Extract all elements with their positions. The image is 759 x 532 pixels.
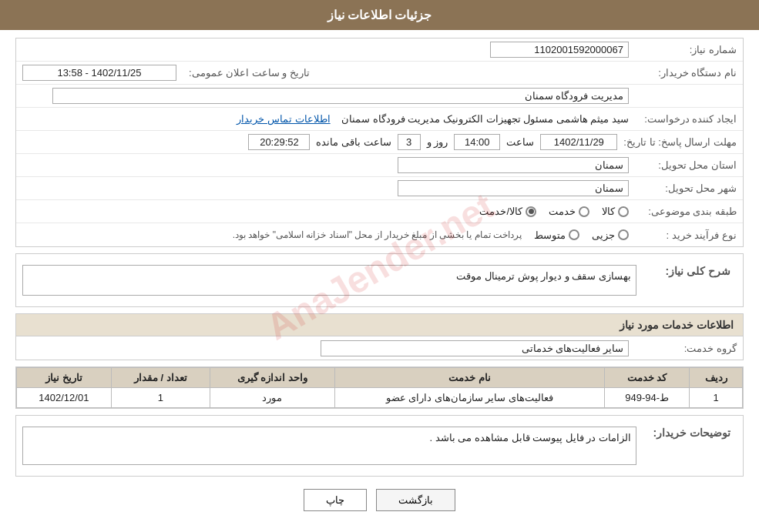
ijad-konande-value: سید میثم هاشمی مسئول تجهیزات الکترونیک م… bbox=[22, 113, 629, 125]
goroh-value: سایر فعالیت‌های خدماتی bbox=[22, 340, 629, 356]
col-kod: کد خدمت bbox=[604, 368, 689, 388]
tabaqe-kala-label: کالا bbox=[602, 206, 615, 217]
shomara-niaz-row: شماره نیاز: 1102001592000067 bbox=[16, 38, 743, 62]
dastgah-value-row: مدیریت فرودگاه سمنان bbox=[16, 85, 743, 108]
col-nam: نام خدمت bbox=[334, 368, 604, 388]
shahr-label: شهر محل تحویل: bbox=[629, 182, 737, 194]
ostan-input: سمنان bbox=[398, 157, 629, 173]
shahr-input: سمنان bbox=[398, 180, 629, 196]
goroh-row: گروه خدمت: سایر فعالیت‌های خدماتی bbox=[16, 336, 743, 360]
shomara-niaz-input: 1102001592000067 bbox=[490, 42, 629, 58]
tabaqe-label: طبقه بندی موضوعی: bbox=[629, 206, 737, 217]
col-vahed: واحد اندازه گیری bbox=[210, 368, 334, 388]
tozihat-value: الزامات در فایل پیوست قابل مشاهده می باش… bbox=[22, 427, 636, 465]
col-tedad: تعداد / مقدار bbox=[111, 368, 210, 388]
mohlat-row: مهلت ارسال پاسخ: تا تاریخ: 1402/11/29 سا… bbox=[16, 131, 743, 154]
ijad-konande-label: ایجاد کننده درخواست: bbox=[629, 113, 737, 125]
main-content: شماره نیاز: 1102001592000067 نام دستگاه … bbox=[0, 30, 759, 531]
tabaqe-kala-khadamat-radio[interactable] bbox=[526, 206, 536, 217]
tozihat-row: توضیحات خریدار: الزامات در فایل پیوست قا… bbox=[16, 416, 743, 476]
farayand-note: پرداخت تمام یا بخشی از مبلغ خریدار از مح… bbox=[233, 229, 522, 240]
mohlat-baqi-value: 20:29:52 bbox=[248, 134, 310, 150]
no-farayand-row: نوع فرآیند خرید : جزیی متوسط bbox=[16, 223, 743, 246]
tozihat-content: الزامات در فایل پیوست قابل مشاهده می باش… bbox=[22, 420, 636, 471]
tabaqe-kala-khadamat-item[interactable]: کالا/خدمت bbox=[479, 206, 536, 217]
tabaqe-khadamat-label: خدمت bbox=[549, 206, 576, 217]
tabaqe-khadamat-radio[interactable] bbox=[579, 206, 589, 217]
col-radif: ردیف bbox=[690, 368, 743, 388]
page-wrapper: AnaJender.net جزئیات اطلاعات نیاز شماره … bbox=[0, 0, 759, 532]
tabaqe-kala-radio[interactable] bbox=[618, 206, 629, 217]
cell-tedad: 1 bbox=[111, 388, 210, 408]
cell-vahed: مورد bbox=[210, 388, 334, 408]
tarikh-elan-label: تاریخ و ساعت اعلان عمومی: bbox=[183, 67, 310, 79]
sharh-niaz-row: شرح کلی نیاز: بهسازی سقف و دیوار پوش ترم… bbox=[16, 254, 743, 306]
general-info-block: شماره نیاز: 1102001592000067 نام دستگاه … bbox=[15, 38, 744, 247]
ostan-label: استان محل تحویل: bbox=[629, 159, 737, 171]
col-tarikh: تاریخ نیاز bbox=[17, 368, 112, 388]
khadamat-section: اطلاعات خدمات مورد نیاز گروه خدمت: سایر … bbox=[15, 313, 744, 360]
no-farayand-label: نوع فرآیند خرید : bbox=[629, 229, 737, 241]
shahr-value: سمنان bbox=[22, 180, 629, 196]
farayand-mootavaset-item[interactable]: متوسط bbox=[534, 229, 579, 241]
farayand-mootavaset-radio[interactable] bbox=[569, 229, 579, 240]
ijad-konande-text: سید میثم هاشمی مسئول تجهیزات الکترونیک م… bbox=[341, 113, 629, 125]
cell-kod: ط-94-949 bbox=[604, 388, 689, 408]
goroh-input: سایر فعالیت‌های خدماتی bbox=[321, 340, 629, 356]
dastgah-tarikh-row: نام دستگاه خریدار: تاریخ و ساعت اعلان عم… bbox=[16, 62, 743, 85]
sharh-niaz-label: شرح کلی نیاز: bbox=[636, 259, 737, 283]
farayand-mootavaset-label: متوسط bbox=[534, 229, 566, 241]
khadamat-section-title: اطلاعات خدمات مورد نیاز bbox=[16, 314, 743, 336]
mohlat-saat-label: ساعت bbox=[506, 136, 534, 148]
tabaqe-radio-group: کالا خدمت کالا/خدمت bbox=[22, 206, 629, 217]
tabaqe-value: کالا خدمت کالا/خدمت bbox=[22, 206, 629, 217]
farayand-radio-group: جزیی متوسط bbox=[534, 229, 629, 241]
cell-nam: فعالیت‌های سایر سازمان‌های دارای عضو bbox=[334, 388, 604, 408]
page-title: جزئیات اطلاعات نیاز bbox=[327, 8, 432, 22]
tabaqe-khadamat-item[interactable]: خدمت bbox=[549, 206, 589, 217]
tozihat-section: توضیحات خریدار: الزامات در فایل پیوست قا… bbox=[15, 415, 744, 477]
print-button[interactable]: چاپ bbox=[304, 489, 367, 511]
mohlat-rooz-value: 3 bbox=[398, 134, 421, 150]
shahr-row: شهر محل تحویل: سمنان bbox=[16, 177, 743, 200]
sharh-niaz-section: شرح کلی نیاز: بهسازی سقف و دیوار پوش ترم… bbox=[15, 253, 744, 307]
footer-buttons: بازگشت چاپ bbox=[15, 489, 744, 511]
sharh-niaz-value: بهسازی سقف و دیوار پوش ترمینال موقت bbox=[22, 265, 636, 296]
ostan-value: سمنان bbox=[22, 157, 629, 173]
nam-dastgah-value: مدیریت فرودگاه سمنان bbox=[22, 88, 629, 104]
mohlat-details: 1402/11/29 ساعت 14:00 روز و 3 ساعت باقی … bbox=[22, 134, 617, 150]
no-farayand-value: جزیی متوسط پرداخت تمام یا بخشی از مبلغ خ… bbox=[22, 229, 629, 241]
goroh-label: گروه خدمت: bbox=[629, 343, 737, 354]
nam-dastgah-label: نام دستگاه خریدار: bbox=[644, 67, 737, 79]
mohlat-rooz-label: روز و bbox=[427, 136, 448, 148]
ostan-row: استان محل تحویل: سمنان bbox=[16, 154, 743, 177]
tabaqe-kala-item[interactable]: کالا bbox=[602, 206, 629, 217]
shomara-niaz-value: 1102001592000067 bbox=[22, 42, 629, 58]
ijad-konande-row: ایجاد کننده درخواست: سید میثم هاشمی مسئو… bbox=[16, 108, 743, 131]
itela-tamas-link[interactable]: اطلاعات تماس خریدار bbox=[237, 113, 330, 125]
sharh-niaz-content: بهسازی سقف و دیوار پوش ترمینال موقت bbox=[22, 259, 636, 302]
page-header: جزئیات اطلاعات نیاز bbox=[0, 0, 759, 30]
farayand-jozi-item[interactable]: جزیی bbox=[592, 229, 629, 241]
mohlat-saat-value: 14:00 bbox=[454, 134, 500, 150]
tabaqe-kala-khadamat-label: کالا/خدمت bbox=[479, 206, 522, 217]
back-button[interactable]: بازگشت bbox=[376, 489, 455, 511]
services-table-section: ردیف کد خدمت نام خدمت واحد اندازه گیری ت… bbox=[15, 366, 744, 409]
tozihat-label: توضیحات خریدار: bbox=[636, 420, 737, 445]
cell-radif: 1 bbox=[690, 388, 743, 408]
services-table: ردیف کد خدمت نام خدمت واحد اندازه گیری ت… bbox=[16, 367, 743, 408]
mohlat-label: مهلت ارسال پاسخ: تا تاریخ: bbox=[617, 136, 737, 148]
mohlat-date-value: 1402/11/29 bbox=[540, 134, 617, 150]
farayand-jozi-radio[interactable] bbox=[618, 229, 629, 240]
nam-dastgah-input: مدیریت فرودگاه سمنان bbox=[52, 88, 629, 104]
cell-tarikh: 1402/12/01 bbox=[17, 388, 112, 408]
shomara-niaz-label: شماره نیاز: bbox=[629, 44, 737, 55]
mohlat-baqi-label: ساعت باقی مانده bbox=[316, 136, 391, 148]
tabaqe-row: طبقه بندی موضوعی: کالا خدمت bbox=[16, 200, 743, 223]
table-row: 1 ط-94-949 فعالیت‌های سایر سازمان‌های دا… bbox=[17, 388, 743, 408]
tarikh-elan-value: 1402/11/25 - 13:58 bbox=[22, 65, 176, 81]
farayand-jozi-label: جزیی bbox=[592, 229, 615, 241]
table-header-row: ردیف کد خدمت نام خدمت واحد اندازه گیری ت… bbox=[17, 368, 743, 388]
mohlat-values: 1402/11/29 ساعت 14:00 روز و 3 ساعت باقی … bbox=[22, 134, 617, 150]
